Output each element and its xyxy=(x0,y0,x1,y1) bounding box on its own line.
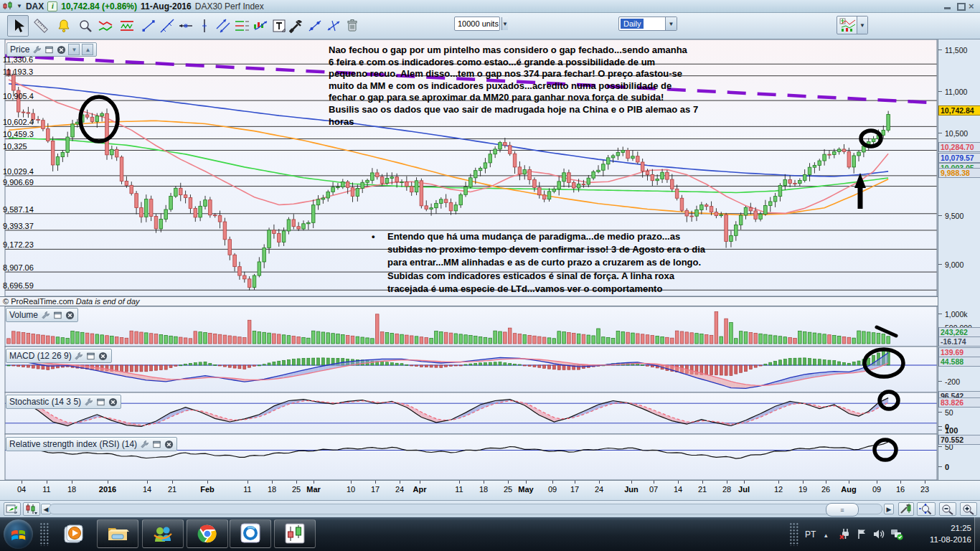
left-scale-label: 11,193.3 xyxy=(3,67,33,76)
tray-language[interactable]: PT xyxy=(805,529,816,540)
time-tick-mark xyxy=(147,481,148,484)
taskbar-item-explorer[interactable] xyxy=(97,519,138,548)
taskbar-item-blue-app[interactable] xyxy=(230,519,271,548)
chart-type-caret-icon: ▼ xyxy=(857,17,867,34)
scroll-thumb[interactable]: ≡ xyxy=(826,503,859,517)
tool-alert-button[interactable] xyxy=(53,15,75,37)
scroll-right-button[interactable]: ▶ xyxy=(884,504,894,514)
tool-zoom-box-button[interactable] xyxy=(75,15,96,37)
tray-volume-icon[interactable] xyxy=(872,528,885,540)
value-tag: 139.69 xyxy=(938,347,980,357)
time-tick-label: 14 xyxy=(674,485,682,494)
time-tick-label: 10 xyxy=(347,485,355,494)
scroll-track[interactable] xyxy=(49,504,882,514)
stochastic-wrench-icon[interactable] xyxy=(83,397,93,407)
tray-clock[interactable]: 21:25 11-08-2016 xyxy=(913,522,971,547)
tool-ruler-button[interactable] xyxy=(30,15,52,37)
time-tick-label: 18 xyxy=(268,485,276,494)
export-chart-button[interactable] xyxy=(4,502,21,516)
period-dropdown[interactable]: Daily ▼ xyxy=(618,17,677,31)
instrument-dropdown-caret[interactable]: ▼ xyxy=(17,3,22,9)
units-value: 10000 units xyxy=(455,19,501,28)
window-restore-button[interactable] xyxy=(957,3,966,10)
tool-cursor-button[interactable] xyxy=(7,15,29,37)
show-desktop-button[interactable] xyxy=(974,517,980,551)
time-tick-mark xyxy=(484,481,484,484)
time-tick-label: May xyxy=(518,485,533,494)
value-tag: 10,284.70 xyxy=(938,142,980,152)
left-scale-label: 10,029.4 xyxy=(3,167,34,176)
tray-power-icon[interactable] xyxy=(839,528,852,540)
tool-pattern-channel-button[interactable] xyxy=(116,15,138,37)
volume-window-icon[interactable] xyxy=(52,310,62,320)
price-wrench-icon[interactable] xyxy=(32,44,42,55)
macd-window-icon[interactable] xyxy=(86,351,96,361)
last-price: 10,742.84 (+0.86%) xyxy=(61,1,137,11)
taskbar-item-media-player[interactable] xyxy=(62,523,85,546)
volume-close-icon[interactable] xyxy=(65,310,75,320)
time-tick-mark xyxy=(296,481,297,484)
time-tick-label: 07 xyxy=(649,485,658,494)
annotation-text-line: 6 feira e com os indicadores como estao.… xyxy=(329,57,655,69)
price-move-up-icon[interactable]: ▲ xyxy=(82,44,93,55)
rsi-wrench-icon[interactable] xyxy=(139,439,149,449)
start-button[interactable] xyxy=(4,519,33,549)
forecast-icon xyxy=(252,17,269,34)
compare-instrument-button[interactable] xyxy=(23,502,40,516)
stochastic-window-icon[interactable] xyxy=(95,397,105,407)
left-scale-label: 9,906.69 xyxy=(3,178,34,187)
time-tick-mark xyxy=(849,481,849,484)
scale-tick xyxy=(938,264,942,265)
tray-action-center-icon[interactable] xyxy=(856,528,868,540)
time-tick-mark xyxy=(459,481,460,484)
time-tick-label: 26 xyxy=(821,485,830,494)
data-note: Data is end of day xyxy=(76,297,140,306)
time-tick-label: 24 xyxy=(395,485,404,494)
macd-close-icon[interactable] xyxy=(98,351,108,361)
tool-delete-button[interactable] xyxy=(341,15,363,37)
volume-wrench-icon[interactable] xyxy=(40,310,50,320)
tray-network-icon[interactable] xyxy=(890,528,903,540)
window-close-button[interactable]: × xyxy=(969,3,978,10)
taskbar-item-messenger[interactable] xyxy=(142,519,184,548)
value-tag: 10,079.57 xyxy=(938,153,980,163)
chart-settings-button[interactable] xyxy=(898,502,914,516)
taskbar-item-proRealTime[interactable] xyxy=(274,519,316,548)
macd-wrench-icon[interactable] xyxy=(74,351,84,361)
tray-expand-icon[interactable]: ▴ xyxy=(824,532,828,539)
annotation-text-line: horas xyxy=(329,116,354,128)
rsi-close-icon[interactable] xyxy=(164,439,174,449)
zoom-fit-button[interactable] xyxy=(917,502,936,516)
period-value: Daily xyxy=(621,19,644,29)
chart-type-button[interactable]: ▼ xyxy=(837,16,868,34)
period-caret-icon: ▼ xyxy=(665,17,677,30)
tool-pattern-triangle-button[interactable] xyxy=(95,15,116,37)
price-move-down-icon[interactable]: ▼ xyxy=(68,44,80,55)
window-minimize-button[interactable] xyxy=(944,3,953,10)
taskbar-grip-left[interactable] xyxy=(39,522,49,546)
units-dropdown[interactable]: 10000 units ▼ xyxy=(454,17,500,31)
time-tick-label: 11 xyxy=(42,485,50,494)
annotation-circle xyxy=(861,131,881,146)
info-icon[interactable]: i xyxy=(47,1,57,11)
volume-series xyxy=(7,311,890,344)
stochastic-close-icon[interactable] xyxy=(108,397,118,407)
macd-line xyxy=(9,353,888,389)
fibonacci-icon xyxy=(233,17,250,34)
instrument-candle-icon[interactable] xyxy=(3,1,13,11)
taskbar-grip-right[interactable] xyxy=(789,522,798,546)
left-scale-label: 9,393.37 xyxy=(3,222,34,230)
price-close-icon[interactable] xyxy=(56,44,66,55)
scale-tick xyxy=(938,466,942,467)
time-tick-label: 19 xyxy=(798,485,807,494)
zoom-out-button[interactable] xyxy=(939,502,956,516)
price-window-icon[interactable] xyxy=(44,44,54,55)
rsi-panel-header: Relative strength index (RSI) (14) xyxy=(6,437,177,451)
time-tick-label: Apr xyxy=(413,485,427,494)
taskbar-item-chrome[interactable] xyxy=(187,519,228,548)
stochastic-fill xyxy=(9,398,888,427)
zoom-in-button[interactable] xyxy=(960,502,977,516)
scale-tick xyxy=(938,91,942,92)
rsi-window-icon[interactable] xyxy=(151,439,161,449)
rsi-panel-title: Relative strength index (RSI) (14) xyxy=(9,439,137,449)
